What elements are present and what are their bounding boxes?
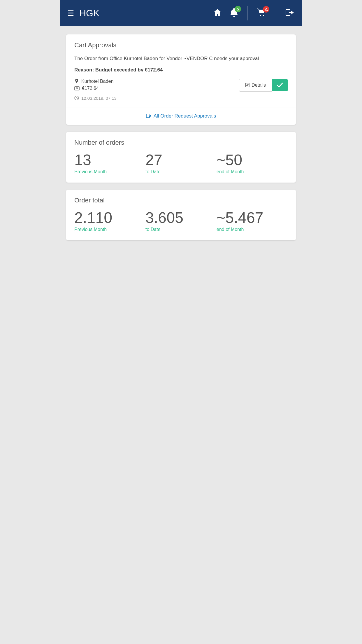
header-icons: 5 — [213, 6, 295, 20]
svg-point-7 — [76, 88, 78, 89]
number-of-orders-card: Number of orders 13 Previous Month 27 to… — [66, 132, 296, 183]
header-divider-2 — [276, 6, 276, 20]
svg-rect-10 — [146, 114, 150, 118]
notifications-button[interactable]: 5 — [230, 8, 238, 18]
orders-end-of-month: ~50 end of Month — [217, 152, 288, 174]
orders-to-date: 27 to Date — [145, 152, 217, 174]
orders-end-of-month-value: ~50 — [217, 152, 288, 167]
cart-approvals-card: Cart Approvals The Order from Office Kur… — [66, 34, 296, 125]
svg-rect-4 — [266, 9, 266, 10]
cart-button[interactable] — [257, 8, 266, 18]
home-button[interactable] — [213, 8, 222, 18]
details-button[interactable]: Details — [239, 79, 272, 92]
logout-icon — [285, 8, 295, 17]
notification-badge: 5 — [235, 6, 241, 12]
main-content: Cart Approvals The Order from Office Kur… — [60, 26, 302, 249]
location-text: Kurhotel Baden — [81, 79, 113, 84]
svg-rect-3 — [266, 10, 266, 10]
total-to-date-value: 3.605 — [145, 210, 217, 225]
money-icon — [74, 86, 80, 90]
amount-text: €172.64 — [82, 86, 99, 91]
order-total-title: Order total — [66, 190, 296, 210]
order-total-card: Order total 2.110 Previous Month 3.605 t… — [66, 190, 296, 240]
details-label: Details — [252, 83, 266, 88]
svg-rect-8 — [245, 83, 249, 87]
all-approvals-link[interactable]: All Order Request Approvals — [146, 113, 216, 119]
approval-time: 12.03.2019, 07:13 — [74, 96, 288, 101]
all-approvals-link-row: All Order Request Approvals — [66, 108, 296, 125]
app-title: HGK — [79, 8, 213, 19]
svg-point-0 — [260, 15, 261, 16]
total-to-date-label: to Date — [145, 227, 217, 232]
all-approvals-label: All Order Request Approvals — [154, 113, 216, 119]
orders-prev-month-label: Previous Month — [74, 169, 145, 174]
reason-highlight: Budget exceeded by €172.64 — [95, 67, 163, 73]
cart-approvals-body: The Order from Office Kurhotel Baden for… — [66, 49, 296, 108]
orders-to-date-value: 27 — [145, 152, 217, 167]
approval-amount: €172.64 — [74, 86, 113, 91]
orders-prev-month-value: 13 — [74, 152, 145, 167]
svg-rect-6 — [75, 87, 79, 90]
menu-icon[interactable]: ☰ — [67, 9, 74, 17]
checkmark-icon — [277, 83, 283, 88]
orders-end-of-month-label: end of Month — [217, 169, 288, 174]
approval-reason: Reason: Budget exceeded by €172.64 — [74, 67, 288, 73]
total-end-of-month-label: end of Month — [217, 227, 288, 232]
total-prev-month-label: Previous Month — [74, 227, 145, 232]
order-total-stats: 2.110 Previous Month 3.605 to Date ~5.46… — [66, 210, 296, 240]
clock-icon — [74, 96, 79, 100]
datetime-text: 12.03.2019, 07:13 — [81, 96, 117, 101]
app-header: ☰ HGK 5 — [60, 0, 302, 26]
logout-button[interactable] — [285, 8, 295, 18]
orders-prev-month: 13 Previous Month — [74, 152, 145, 174]
total-end-of-month: ~5.467 end of Month — [217, 210, 288, 232]
external-link-icon — [146, 114, 151, 118]
orders-to-date-label: to Date — [145, 169, 217, 174]
approval-location: Kurhotel Baden — [74, 79, 113, 84]
home-icon — [213, 8, 222, 17]
approval-details-row: Kurhotel Baden €172.64 — [74, 79, 288, 92]
total-prev-month-value: 2.110 — [74, 210, 145, 225]
reason-prefix: Reason: — [74, 67, 95, 73]
approval-info: Kurhotel Baden €172.64 — [74, 79, 113, 91]
number-of-orders-stats: 13 Previous Month 27 to Date ~50 end of … — [66, 152, 296, 183]
total-to-date: 3.605 to Date — [145, 210, 217, 232]
edit-icon — [245, 83, 249, 87]
approve-button[interactable] — [272, 79, 288, 91]
total-prev-month: 2.110 Previous Month — [74, 210, 145, 232]
number-of-orders-title: Number of orders — [66, 132, 296, 152]
approval-message: The Order from Office Kurhotel Baden for… — [74, 55, 288, 62]
cart-approvals-title: Cart Approvals — [66, 34, 296, 49]
header-divider — [247, 6, 248, 20]
cart-badge — [263, 6, 269, 13]
svg-point-1 — [263, 15, 264, 16]
approval-actions: Details — [239, 79, 288, 92]
location-icon — [74, 79, 79, 84]
total-end-of-month-value: ~5.467 — [217, 210, 288, 225]
